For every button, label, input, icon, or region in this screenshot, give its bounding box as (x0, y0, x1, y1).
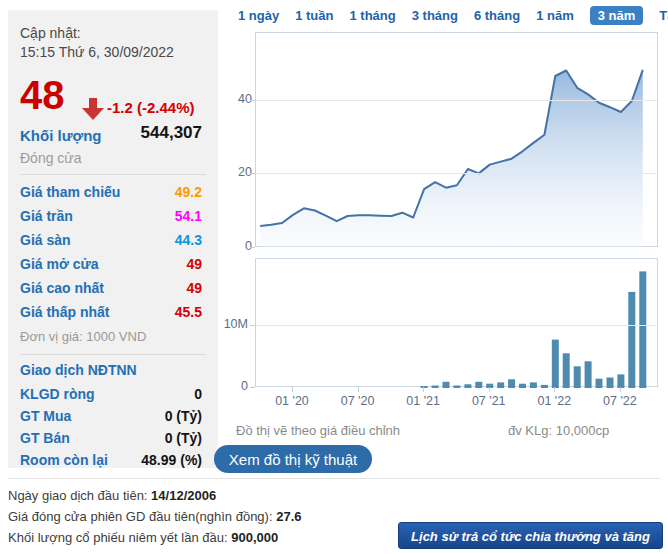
time-range-tabs: 1 ngày1 tuần1 tháng3 tháng6 tháng1 năm3 … (238, 5, 668, 25)
table-row: GT Mua0 (Tỷ) (20, 406, 202, 428)
price-y-tick (250, 173, 255, 174)
table-row: Giá thấp nhất45.5 (20, 302, 202, 326)
x-axis-label: 07 '22 (594, 394, 646, 408)
price-gridline (256, 100, 657, 101)
volume-bar (628, 292, 635, 388)
volume-bar (497, 382, 504, 388)
session-status: Đóng cửa (20, 150, 82, 166)
row-label: Giá trần (20, 208, 73, 224)
volume-bar (453, 386, 460, 389)
x-axis-tick (620, 387, 621, 392)
table-row: Room còn lại48.99 (%) (20, 450, 202, 472)
volume-y-tick (250, 387, 255, 388)
row-value: 0 (194, 384, 202, 404)
divider (8, 478, 660, 479)
foreign-trading-title: Giao dịch NĐTNN (20, 362, 137, 378)
range-tab[interactable]: 1 năm (536, 8, 574, 23)
row-label: Giá cao nhất (20, 280, 104, 296)
range-tab[interactable]: 1 tháng (349, 8, 395, 23)
row-value: 49.2 (175, 182, 202, 202)
row-value: 0 (Tỷ) (165, 428, 202, 448)
x-axis-label: 01 '21 (397, 394, 449, 408)
x-axis-tick (489, 387, 490, 392)
x-axis-tick (554, 387, 555, 392)
row-value: 48.99 (%) (141, 450, 202, 470)
price-y-axis-label: 0 (226, 239, 252, 253)
volume-bar (519, 384, 526, 388)
row-label: Giá sàn (20, 232, 71, 248)
update-label: Cập nhật: (20, 24, 174, 43)
x-axis-label: 07 '21 (463, 394, 515, 408)
range-tab[interactable]: 6 tháng (474, 8, 520, 23)
update-time-block: Cập nhật: 15:15 Thứ 6, 30/09/2022 (20, 24, 174, 62)
x-axis-label: 01 '22 (528, 394, 580, 408)
quote-panel: Cập nhật: 15:15 Thứ 6, 30/09/2022 48 -1.… (8, 10, 218, 468)
volume-bar (508, 379, 515, 388)
volume-bar-chart (256, 259, 659, 388)
volume-bar (475, 382, 482, 388)
listing-info-block: Ngày giao dịch đầu tiên: 14/12/2006Giá đ… (8, 485, 301, 548)
price-change: -1.2 (-2.44%) (107, 99, 195, 116)
range-tab[interactable]: 1 tuần (295, 8, 333, 23)
row-value: 44.3 (175, 230, 202, 250)
volume-bar (552, 340, 559, 388)
volume-label: Khối lượng (20, 127, 102, 144)
x-axis-label: 07 '20 (332, 394, 384, 408)
listing-info-row: Khối lượng cổ phiếu niêm yết lần đầu: 90… (8, 527, 301, 548)
price-gridline (256, 173, 657, 174)
listing-info-row: Giá đóng cửa phiên GD đầu tiên(nghìn đồn… (8, 506, 301, 527)
row-label: Giá thấp nhất (20, 304, 109, 320)
x-axis-label: 01 '20 (266, 394, 318, 408)
table-row: Giá mở cửa49 (20, 254, 202, 278)
volume-bar (574, 366, 581, 388)
row-label: KLGD ròng (20, 386, 95, 402)
volume-bar (432, 386, 439, 389)
table-row: GT Bán0 (Tỷ) (20, 428, 202, 450)
price-y-tick (250, 100, 255, 101)
range-tab[interactable]: 3 tháng (412, 8, 458, 23)
price-y-axis-label: 40 (226, 92, 252, 106)
volume-bar (585, 361, 592, 388)
volume-gridline (256, 325, 657, 326)
table-row: Giá cao nhất49 (20, 278, 202, 302)
row-value: 49 (186, 278, 202, 298)
x-axis-tick (423, 387, 424, 392)
volume-bar (464, 384, 471, 388)
volume-y-tick (250, 325, 255, 326)
dividend-history-button[interactable]: Lịch sử trả cổ tức chia thưởng và tăng v… (398, 522, 663, 549)
range-tab[interactable]: 1 ngày (238, 8, 279, 23)
price-table: Giá tham chiếu49.2Giá trần54.1Giá sàn44.… (20, 182, 202, 326)
x-axis-tick (358, 387, 359, 392)
table-row: Giá sàn44.3 (20, 230, 202, 254)
row-value: 49 (186, 254, 202, 274)
divider (20, 354, 206, 355)
volume-value: 544,307 (141, 123, 202, 143)
price-y-tick (250, 247, 255, 248)
update-datetime: 15:15 Thứ 6, 30/09/2022 (20, 43, 174, 62)
volume-bar (530, 382, 537, 388)
volume-bar (596, 379, 603, 388)
range-tab[interactable]: Tất cả (659, 8, 668, 23)
table-row: KLGD ròng0 (20, 384, 202, 406)
price-down-arrow-icon (82, 96, 104, 122)
price-unit-note: Đơn vị giá: 1000 VND (20, 329, 146, 344)
table-row: Giá trần54.1 (20, 206, 202, 230)
volume-y-axis-label: 0 (222, 379, 248, 393)
row-label: GT Bán (20, 430, 70, 446)
technical-chart-button[interactable]: Xem đồ thị kỹ thuật (214, 445, 372, 473)
volume-bar (443, 382, 450, 388)
price-area-chart (256, 33, 659, 248)
row-value: 45.5 (175, 302, 202, 322)
row-value: 0 (Tỷ) (165, 406, 202, 426)
range-tab[interactable]: 3 năm (590, 6, 644, 25)
listing-info-row: Ngày giao dịch đầu tiên: 14/12/2006 (8, 485, 301, 506)
volume-bar (541, 385, 548, 388)
volume-bar (639, 271, 646, 388)
last-price: 48 (20, 74, 65, 116)
volume-bar (617, 374, 624, 388)
stock-quote-page: Cập nhật: 15:15 Thứ 6, 30/09/2022 48 -1.… (0, 0, 668, 554)
volume-unit-note: đv KLg: 10,000cp (508, 423, 609, 438)
volume-bar (607, 378, 614, 389)
row-label: Giá mở cửa (20, 256, 98, 272)
foreign-trading-table: KLGD ròng0GT Mua0 (Tỷ)GT Bán0 (Tỷ)Room c… (20, 384, 202, 472)
